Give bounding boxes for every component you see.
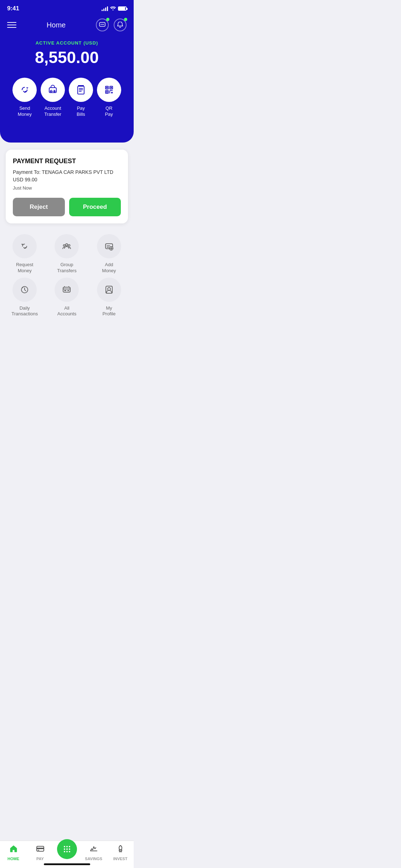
- add-money-icon: [97, 234, 121, 258]
- balance-section: ACTIVE ACCOUNT (USD) 8,550.00 SendMoney: [0, 37, 134, 143]
- quick-actions: SendMoney AccountTransfer: [7, 78, 127, 132]
- svg-rect-29: [63, 287, 70, 292]
- chat-notification-dot: [106, 18, 109, 21]
- add-money-label: AddMoney: [102, 262, 116, 274]
- signal-icon: [102, 6, 108, 11]
- secondary-row-1: RequestMoney GroupTransfers: [4, 234, 130, 274]
- svg-rect-15: [106, 91, 108, 93]
- send-money-label: SendMoney: [18, 105, 32, 118]
- svg-rect-14: [110, 87, 112, 88]
- daily-transactions-label: DailyTransactions: [11, 305, 38, 317]
- payment-request-card: PAYMENT REQUEST Payment To: TENAGA CAR P…: [6, 150, 128, 223]
- payment-action-buttons: Reject Proceed: [13, 198, 121, 216]
- secondary-actions: RequestMoney GroupTransfers: [0, 231, 134, 317]
- svg-point-3: [103, 24, 104, 25]
- svg-rect-4: [49, 88, 56, 93]
- battery-icon: [118, 6, 127, 11]
- chat-button[interactable]: [96, 19, 109, 31]
- group-transfers-button[interactable]: GroupTransfers: [47, 234, 86, 274]
- daily-transactions-icon: [12, 278, 37, 302]
- header-actions: [96, 19, 127, 31]
- status-time: 9:41: [7, 5, 19, 12]
- account-transfer-label: AccountTransfer: [44, 105, 61, 118]
- svg-rect-13: [106, 87, 108, 88]
- add-money-button[interactable]: AddMoney: [89, 234, 129, 274]
- request-money-label: RequestMoney: [16, 262, 33, 274]
- svg-point-34: [108, 288, 110, 290]
- group-transfers-icon: [55, 234, 79, 258]
- account-transfer-button[interactable]: AccountTransfer: [41, 78, 65, 118]
- reject-button[interactable]: Reject: [13, 198, 65, 216]
- all-accounts-label: AllAccounts: [57, 305, 76, 317]
- request-money-button[interactable]: RequestMoney: [5, 234, 44, 274]
- qr-pay-button[interactable]: QRPay: [97, 78, 121, 118]
- my-profile-icon: [97, 278, 121, 302]
- my-profile-button[interactable]: MyProfile: [89, 278, 129, 317]
- svg-rect-31: [64, 290, 66, 291]
- header: Home: [0, 15, 134, 37]
- daily-transactions-button[interactable]: DailyTransactions: [5, 278, 44, 317]
- proceed-button[interactable]: Proceed: [69, 198, 121, 216]
- pay-bills-icon: [69, 78, 93, 102]
- status-icons: [102, 6, 127, 11]
- all-accounts-button[interactable]: AllAccounts: [47, 278, 86, 317]
- account-label: ACTIVE ACCOUNT (USD): [7, 40, 127, 46]
- balance-amount: 8,550.00: [7, 48, 127, 67]
- svg-point-2: [102, 24, 103, 25]
- account-transfer-icon: [41, 78, 65, 102]
- payment-description: Payment To: TENAGA CAR PARKS PVT LTD USD…: [13, 169, 121, 184]
- svg-point-21: [68, 244, 70, 246]
- status-bar: 9:41: [0, 0, 134, 15]
- svg-rect-32: [67, 290, 69, 291]
- request-money-icon: [12, 234, 37, 258]
- send-money-button[interactable]: SendMoney: [12, 78, 37, 118]
- wifi-icon: [110, 6, 116, 11]
- pay-bills-button[interactable]: PayBills: [69, 78, 93, 118]
- page-title: Home: [47, 21, 66, 29]
- payment-time: Just Now: [13, 185, 121, 191]
- notification-dot: [124, 18, 127, 21]
- menu-button[interactable]: [7, 22, 16, 28]
- group-transfers-label: GroupTransfers: [57, 262, 76, 274]
- pay-bills-label: PayBills: [77, 105, 85, 118]
- notification-button[interactable]: [114, 19, 127, 31]
- my-profile-label: MyProfile: [102, 305, 115, 317]
- svg-rect-18: [111, 92, 113, 93]
- send-money-icon: [12, 78, 37, 102]
- secondary-row-2: DailyTransactions AllAccounts: [4, 278, 130, 317]
- payment-request-title: PAYMENT REQUEST: [13, 157, 121, 165]
- svg-point-1: [101, 24, 101, 25]
- svg-point-20: [63, 244, 65, 246]
- qr-pay-label: QRPay: [105, 105, 113, 118]
- svg-point-19: [66, 244, 68, 246]
- qr-pay-icon: [97, 78, 121, 102]
- all-accounts-icon: [55, 278, 79, 302]
